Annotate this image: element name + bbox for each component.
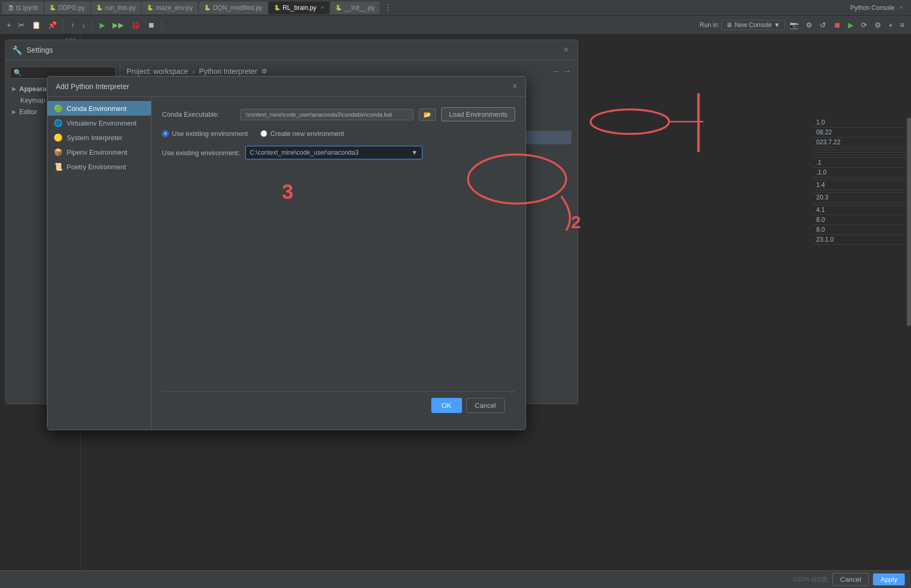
add-interpreter-close-button[interactable]: × — [513, 82, 517, 91]
tab-t1ipynb[interactable]: 📓 t1.ipynb — [2, 2, 43, 14]
toolbar-run-btn[interactable]: ▶ — [97, 19, 108, 31]
toolbar-col-btn[interactable]: ≡ — [897, 19, 907, 31]
ok-button[interactable]: OK — [431, 398, 462, 413]
annotation-3-svg: 3 — [266, 168, 329, 209]
settings-icon: 🔧 — [12, 45, 22, 55]
nav-back-button[interactable]: ← — [553, 67, 561, 76]
radio-use-existing-input[interactable] — [162, 130, 169, 137]
add-interpreter-footer: OK Cancel — [162, 391, 515, 419]
radio-create-new[interactable]: Create new environment — [260, 130, 344, 137]
bottom-cancel-button[interactable]: Cancel — [832, 573, 869, 586]
csdn-label: CSDN @志数 — [793, 576, 828, 583]
add-interpreter-title: Add Python Interpreter — [56, 82, 513, 91]
toolbar-screenshot-btn[interactable]: 📷 — [787, 19, 801, 31]
load-environments-button[interactable]: Load Environments — [441, 107, 515, 121]
search-icon: 🔍 — [14, 69, 22, 77]
nav-item-pipenv[interactable]: 📦 Pipenv Environment — [47, 145, 151, 159]
toolbar-debug-btn[interactable]: 🐞 — [129, 19, 143, 31]
breadcrumb-project: Project: workspace — [127, 67, 188, 76]
add-interpreter-title-bar: Add Python Interpreter × — [47, 77, 526, 97]
pkg-row-2: 023.7.22 — [812, 137, 911, 147]
toolbar-run-green-btn[interactable]: ▶▶ — [110, 19, 127, 31]
tab-icon-dqn: 🐍 — [204, 5, 210, 10]
nav-item-poetry[interactable]: 📜 Poetry Environment — [47, 159, 151, 174]
toolbar-paste-btn[interactable]: 📌 — [45, 19, 59, 31]
pkg-row-8: .1.0 — [812, 168, 911, 178]
conda-browse-button[interactable]: 📂 — [419, 108, 436, 121]
dropdown-arrow: ▼ — [774, 21, 780, 29]
nav-item-system[interactable]: 🟡 System Interpreter — [47, 130, 151, 145]
main-area: 198 199 200 201 🔧 Settings × 🔍 ▶ Appeara… — [0, 34, 911, 588]
pkg-row-7: .1 — [812, 158, 911, 168]
package-version-table: 1.0 08.22 023.7.22 .1 .1.0 1.4 20.3 4.1 … — [812, 118, 911, 245]
toolbar-add-btn[interactable]: + — [4, 19, 14, 31]
toolbar-sep-3 — [161, 20, 162, 30]
settings-title: Settings — [27, 46, 556, 54]
toolbar-stop-btn[interactable]: ⏹ — [145, 19, 157, 31]
arrow-icon-appearance: ▶ — [12, 86, 16, 92]
tab-maze-env[interactable]: 🐍 maze_env.py — [142, 2, 197, 14]
pipenv-icon: 📦 — [54, 148, 63, 156]
arrow-icon-editor: ▶ — [12, 109, 16, 115]
pkg-row-16: 8.0 — [812, 225, 911, 235]
toolbar-spinner-btn[interactable]: ⟳ — [858, 19, 870, 31]
svg-point-3 — [591, 109, 669, 134]
scrollbar-thumb[interactable] — [907, 118, 911, 326]
nav-arrows: ← → — [553, 67, 571, 76]
tab-ddpg[interactable]: 🐍 DDPG.py — [44, 2, 90, 14]
settings-close-button[interactable]: × — [560, 44, 571, 56]
tab-icon-rl-brain: 🐍 — [274, 5, 280, 10]
annotation-area: 3 — [162, 168, 515, 209]
toolbar-right: 📷 ⚙ ↺ ⏹ ▶ ⟳ ⚙ + ≡ — [787, 19, 907, 31]
poetry-icon: 📜 — [54, 162, 63, 171]
nav-forward-button[interactable]: → — [563, 67, 571, 76]
toolbar-refresh-btn[interactable]: ↺ — [817, 19, 829, 31]
dialog-cancel-button[interactable]: Cancel — [466, 398, 505, 413]
toolbar-cut-btn[interactable]: ✂ — [16, 19, 27, 31]
existing-env-dropdown[interactable]: C:\context_mine\code_user\anaconda3 ▼ — [245, 146, 422, 159]
main-toolbar: + ✂ 📋 📌 ↑ ↓ ▶ ▶▶ 🐞 ⏹ Run in: 🖥 New Conso… — [0, 16, 911, 34]
breadcrumb-separator: › — [192, 67, 195, 76]
nav-item-conda[interactable]: 🟢 Conda Environment — [47, 101, 151, 116]
interpreter-type-nav: 🟢 Conda Environment 🌐 Virtualenv Environ… — [47, 97, 152, 430]
add-interpreter-body: 🟢 Conda Environment 🌐 Virtualenv Environ… — [47, 97, 526, 430]
toolbar-up-btn[interactable]: ↑ — [68, 19, 77, 31]
pkg-row-1: 08.22 — [812, 128, 911, 137]
toolbar-stop-red-btn[interactable]: ⏹ — [831, 19, 843, 31]
conda-executable-input[interactable]: :\context_mine\code_user\anaconda3\conda… — [240, 109, 414, 120]
python-console-close[interactable]: × — [900, 5, 903, 10]
pkg-row-12: 20.3 — [812, 193, 911, 203]
tab-icon-ddpg: 🐍 — [49, 5, 56, 10]
environment-type-row: Use existing environment Create new envi… — [162, 130, 515, 137]
toolbar-settings-btn[interactable]: ⚙ — [803, 19, 815, 31]
python-console-tab[interactable]: Python Console × — [844, 4, 909, 11]
toolbar-plus-btn[interactable]: + — [886, 19, 895, 31]
bottom-bar: CSDN @志数 Cancel Apply — [0, 570, 911, 588]
toolbar-play-btn[interactable]: ▶ — [845, 19, 856, 31]
tab-rl-brain[interactable]: 🐍 RL_brain.py × — [269, 2, 330, 14]
pkg-row-14: 4.1 — [812, 205, 911, 215]
add-interpreter-dialog: Add Python Interpreter × 🟢 Conda Environ… — [47, 76, 526, 430]
tab-overflow[interactable]: ⋮ — [381, 3, 395, 12]
tab-dqn-modified[interactable]: 🐍 DQN_modified.py — [199, 2, 268, 14]
settings-search-input[interactable] — [24, 69, 112, 77]
existing-env-value: C:\context_mine\code_user\anaconda3 — [250, 149, 359, 156]
env-dropdown-chevron: ▼ — [411, 149, 418, 156]
radio-use-existing[interactable]: Use existing environment — [162, 130, 248, 137]
bottom-apply-button[interactable]: Apply — [873, 573, 905, 585]
toolbar-config-btn[interactable]: ⚙ — [872, 19, 884, 31]
breadcrumb-page: Python Interpreter — [199, 67, 257, 76]
tab-close-rl-brain[interactable]: × — [321, 5, 324, 10]
svg-text:3: 3 — [282, 180, 293, 203]
conda-icon: 🟢 — [54, 104, 63, 112]
tab-run-this[interactable]: 🐍 run_this.py — [91, 2, 141, 14]
interpreter-config-content: Conda Executable: :\context_mine\code_us… — [152, 97, 526, 430]
system-icon: 🟡 — [54, 133, 63, 142]
tab-init[interactable]: 🐍 __init__.py — [330, 2, 380, 14]
virtualenv-icon: 🌐 — [54, 119, 63, 127]
new-console-button[interactable]: 🖥 New Console ▼ — [721, 20, 784, 30]
nav-item-virtualenv[interactable]: 🌐 Virtualenv Environment — [47, 116, 151, 130]
radio-create-new-input[interactable] — [260, 130, 267, 137]
toolbar-copy-btn[interactable]: 📋 — [29, 19, 43, 31]
toolbar-down-btn[interactable]: ↓ — [79, 19, 88, 31]
